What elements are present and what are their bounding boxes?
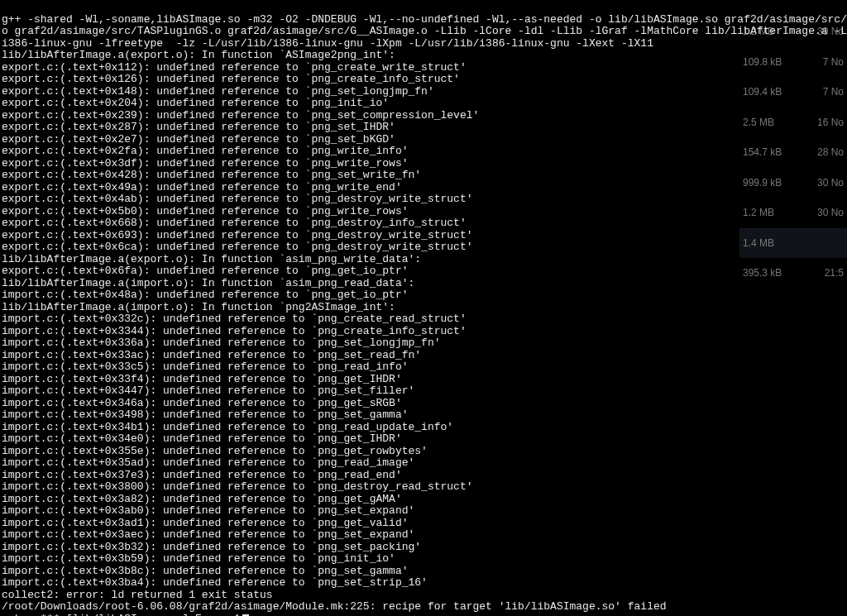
terminal-line: export.c:(.text+0x3df): undefined refere… — [2, 158, 847, 170]
terminal-line: import.c:(.text+0x3ad1): undefined refer… — [2, 518, 847, 530]
terminal-line: lib/libAfterImage.a(export.o): In functi… — [2, 254, 847, 266]
terminal-line: export.c:(.text+0x49a): undefined refere… — [2, 182, 847, 194]
terminal-line: export.c:(.text+0x287): undefined refere… — [2, 122, 847, 134]
terminal-line: import.c:(.text+0x3aec): undefined refer… — [2, 529, 847, 542]
terminal-line: export.c:(.text+0x112): undefined refere… — [2, 62, 847, 74]
terminal-line: import.c:(.text+0x33f4): undefined refer… — [2, 374, 847, 386]
terminal-line: import.c:(.text+0x3b32): undefined refer… — [2, 542, 847, 554]
terminal-line: i386-linux-gnu -lfreetype -lz -L/usr/lib… — [2, 38, 847, 50]
terminal-line: import.c:(.text+0x33ac): undefined refer… — [2, 350, 847, 362]
terminal-line: import.c:(.text+0x3344): undefined refer… — [2, 326, 847, 338]
terminal-line: g++ -shared -Wl,-soname,libASImage.so -m… — [2, 14, 847, 26]
terminal-line: import.c:(.text+0x3ba4): undefined refer… — [2, 577, 847, 590]
terminal-line: import.c:(.text+0x34e0): undefined refer… — [2, 433, 847, 446]
terminal-line: import.c:(.text+0x3800): undefined refer… — [2, 481, 847, 494]
terminal-line: import.c:(.text+0x35ad): undefined refer… — [2, 457, 847, 470]
terminal-line: /root/Downloads/root-6.06.08/graf2d/asim… — [2, 601, 847, 614]
terminal-line: export.c:(.text+0x693): undefined refere… — [2, 230, 847, 242]
terminal-line: import.c:(.text+0x355e): undefined refer… — [2, 446, 847, 458]
terminal-line: collect2: error: ld returned 1 exit stat… — [2, 590, 847, 602]
terminal-line: export.c:(.text+0x2fa): undefined refere… — [2, 146, 847, 158]
terminal-line: lib/libAfterImage.a(import.o): In functi… — [2, 302, 847, 314]
terminal-line: export.c:(.text+0x239): undefined refere… — [2, 110, 847, 122]
terminal-line: import.c:(.text+0x48a): undefined refere… — [2, 289, 847, 302]
terminal-line: export.c:(.text+0x2e7): undefined refere… — [2, 134, 847, 146]
terminal-line: import.c:(.text+0x3498): undefined refer… — [2, 409, 847, 422]
terminal-line: export.c:(.text+0x148): undefined refere… — [2, 86, 847, 98]
terminal-line: export.c:(.text+0x126): undefined refere… — [2, 74, 847, 86]
terminal-line: import.c:(.text+0x346a): undefined refer… — [2, 398, 847, 410]
terminal-line: o graf2d/asimage/src/TASPluginGS.o graf2… — [2, 26, 847, 38]
terminal-line: export.c:(.text+0x204): undefined refere… — [2, 98, 847, 110]
terminal-line: lib/libAfterImage.a(import.o): In functi… — [2, 278, 847, 290]
terminal-line: import.c:(.text+0x33c5): undefined refer… — [2, 361, 847, 374]
terminal-line: import.c:(.text+0x3b59): undefined refer… — [2, 553, 847, 566]
terminal-line: import.c:(.text+0x3ab0): undefined refer… — [2, 505, 847, 518]
terminal-line: export.c:(.text+0x5b0): undefined refere… — [2, 206, 847, 218]
terminal-line: export.c:(.text+0x428): undefined refere… — [2, 170, 847, 182]
terminal-line: import.c:(.text+0x34b1): undefined refer… — [2, 422, 847, 434]
terminal-line: import.c:(.text+0x3a82): undefined refer… — [2, 494, 847, 506]
terminal-line: import.c:(.text+0x336a): undefined refer… — [2, 337, 847, 350]
terminal-output[interactable]: g++ -shared -Wl,-soname,libASImage.so -m… — [0, 0, 847, 616]
terminal-line: export.c:(.text+0x6ca): undefined refere… — [2, 241, 847, 254]
terminal-line: import.c:(.text+0x332c): undefined refer… — [2, 313, 847, 326]
terminal-line: export.c:(.text+0x4ab): undefined refere… — [2, 193, 847, 206]
terminal-line: make: *** [lib/libASImage.so] Error 1 — [2, 614, 847, 617]
terminal-line: export.c:(.text+0x668): undefined refere… — [2, 217, 847, 230]
terminal-line: import.c:(.text+0x3447): undefined refer… — [2, 385, 847, 398]
terminal-line: lib/libAfterImage.a(export.o): In functi… — [2, 50, 847, 62]
terminal-line: import.c:(.text+0x3b8c): undefined refer… — [2, 566, 847, 578]
terminal-line: import.c:(.text+0x37e3): undefined refer… — [2, 470, 847, 482]
terminal-line: export.c:(.text+0x6fa): undefined refere… — [2, 265, 847, 278]
